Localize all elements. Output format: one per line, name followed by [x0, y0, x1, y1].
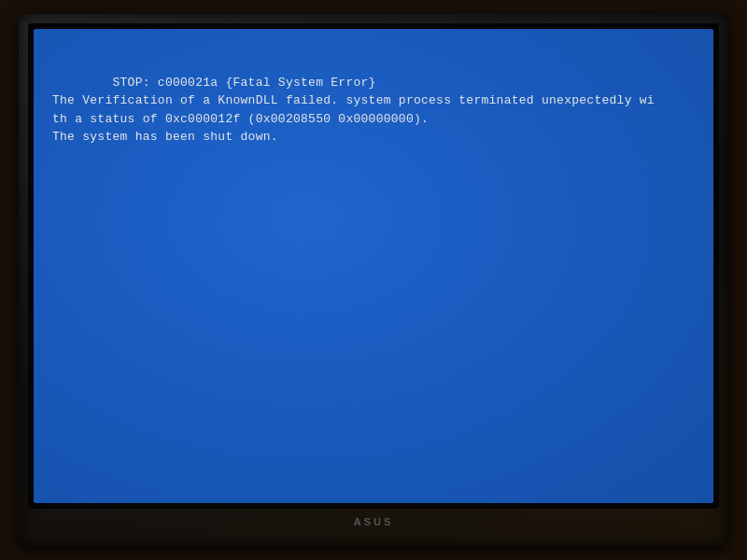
screen-bezel: STOP: c000021a {Fatal System Error} The … — [28, 23, 719, 509]
bsod-line1: STOP: c000021a {Fatal System Error} — [113, 76, 376, 90]
screen: STOP: c000021a {Fatal System Error} The … — [34, 29, 713, 503]
bsod-line4: The system has been shut down. — [52, 130, 278, 144]
monitor: STOP: c000021a {Fatal System Error} The … — [19, 14, 728, 546]
bsod-line2: The Verification of a KnownDLL failed. s… — [52, 93, 655, 107]
monitor-brand-label: ASUS — [354, 516, 394, 527]
bsod-line3: th a status of 0xc000012f (0x00208550 0x… — [52, 112, 429, 126]
bsod-message: STOP: c000021a {Fatal System Error} The … — [52, 55, 655, 164]
